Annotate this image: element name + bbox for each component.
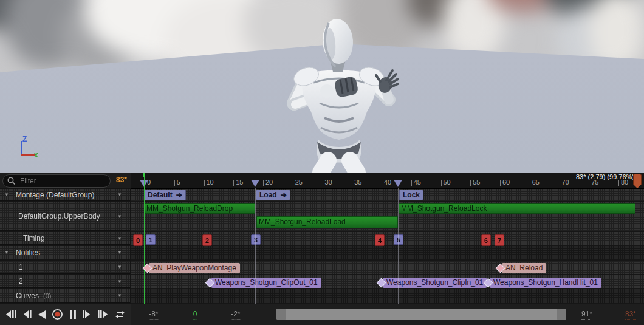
tick-label: 65 <box>532 179 540 186</box>
timing-marker-7[interactable]: 7 <box>495 234 504 246</box>
dropdown-arrow-icon[interactable]: ▼ <box>117 279 122 284</box>
tick-label: 55 <box>473 179 480 186</box>
section-boundary-line <box>255 188 256 304</box>
ruler-tick: 35 <box>352 180 352 186</box>
dropdown-arrow-icon[interactable]: ▼ <box>117 214 122 219</box>
timing-marker-5[interactable]: 5 <box>394 234 403 245</box>
tick-label: 45 <box>414 179 421 186</box>
ruler-tick: 25 <box>293 180 293 186</box>
axis-z-label: Z <box>22 135 27 143</box>
tick-label: 30 <box>325 179 332 186</box>
footer-value[interactable]: -8* <box>149 310 158 320</box>
filter-input[interactable] <box>19 176 100 186</box>
section-label: Default <box>148 191 173 199</box>
axis-x-label: x <box>34 151 38 159</box>
toggle-loop-button[interactable] <box>113 309 127 321</box>
dropdown-arrow-icon[interactable]: ▼ <box>117 250 122 255</box>
montage-segment[interactable]: MM_Shotgun_ReloadLoad <box>256 216 398 228</box>
montage-segment[interactable]: MM_Shotgun_ReloadLock <box>399 203 635 214</box>
go-to-end-button[interactable] <box>96 309 111 320</box>
scrollbar-right-handle[interactable] <box>557 309 566 320</box>
playback-transport <box>0 304 131 325</box>
montage-section-lock[interactable]: Lock <box>399 190 423 200</box>
timeline-scrollbar[interactable] <box>276 309 644 320</box>
notify-label: Weapons_Shotgun_ClipOut_01 <box>211 278 321 288</box>
tick-label: 20 <box>265 179 273 186</box>
dropdown-arrow-icon[interactable]: ▼ <box>117 236 122 241</box>
montage-section-load[interactable]: Load➔ <box>256 190 290 200</box>
section-label: Load <box>259 191 277 199</box>
outliner-row-montage[interactable]: ▼Montage (DefaultGroup)▼ <box>0 189 130 201</box>
ruler-tick: 10 <box>204 180 205 186</box>
outliner-row-r2[interactable]: 2▼ <box>0 275 130 288</box>
footer-value[interactable]: -2* <box>231 310 240 320</box>
notify-AN_Reload[interactable]: AN_Reload <box>497 263 546 273</box>
section-marker-handle[interactable] <box>394 180 402 187</box>
playhead-readout: 83* (2.79) (99.76%) <box>576 173 634 180</box>
preview-viewport[interactable]: Z x <box>0 0 644 173</box>
expander-arrow-icon[interactable]: ▼ <box>4 192 9 197</box>
timeline-ruler[interactable]: 05101520253035404550556065707580 83* (2.… <box>131 173 644 189</box>
playhead-line <box>144 175 145 304</box>
footer-value[interactable]: 0 <box>193 310 197 320</box>
outliner-row-curves[interactable]: Curves(0)▼ <box>0 289 130 303</box>
outliner-row-upperbody[interactable]: DefaultGroup.UpperBody▼ <box>0 202 130 231</box>
outliner-row-timing[interactable]: Timing▼ <box>0 232 130 245</box>
filter-row: 83* <box>0 173 131 188</box>
pause-button[interactable] <box>67 309 78 321</box>
ruler-tick: 40 <box>382 180 382 186</box>
timing-marker-0[interactable]: 0 <box>133 234 143 246</box>
montage-segment[interactable]: MM_Shotgun_ReloadDrop <box>144 203 255 214</box>
axis-x-line <box>21 154 35 156</box>
tick-label: 40 <box>384 179 391 186</box>
tick-label: 35 <box>354 179 361 186</box>
track-lane-notifies[interactable] <box>131 246 644 259</box>
outliner-row-notifies[interactable]: ▼Notifies▼ <box>0 246 130 259</box>
record-button[interactable] <box>50 307 64 321</box>
row-label: Curves <box>16 292 39 300</box>
section-marker-handle[interactable] <box>251 180 259 187</box>
timing-marker-4[interactable]: 4 <box>375 234 385 246</box>
notify-Weapons_Shotgun_ClipOut_01[interactable]: Weapons_Shotgun_ClipOut_01 <box>207 278 321 288</box>
ruler-tick: 55 <box>470 180 471 186</box>
notify-Weapons_Shotgun_ClipIn_01[interactable]: Weapons_Shotgun_ClipIn_01 <box>378 278 487 288</box>
section-boundary-line <box>398 188 399 304</box>
timeline-footer: -8*0-2*91*83* <box>131 304 644 325</box>
search-icon <box>7 176 16 186</box>
timing-marker-1[interactable]: 1 <box>146 234 156 245</box>
notify-label: AN_PlayWeaponMontage <box>149 263 240 273</box>
sequence-end-marker[interactable] <box>633 174 642 188</box>
tick-label: 10 <box>207 179 214 186</box>
ruler-tick: 45 <box>411 180 412 186</box>
notify-AN_PlayWeaponMontage[interactable]: AN_PlayWeaponMontage <box>144 263 240 273</box>
timing-marker-2[interactable]: 2 <box>202 234 212 246</box>
next-section-arrow-icon: ➔ <box>176 191 182 199</box>
step-backward-button[interactable] <box>21 309 33 320</box>
row-label: 2 <box>19 277 23 286</box>
play-reverse-button[interactable] <box>36 309 48 321</box>
notify-Weapons_Shotgun_HandHit_01[interactable]: Weapons_Shotgun_HandHit_01 <box>485 278 601 288</box>
timing-marker-6[interactable]: 6 <box>481 234 491 246</box>
ruler-tick: 30 <box>323 180 323 186</box>
expander-arrow-icon[interactable]: ▼ <box>4 250 9 255</box>
scrollbar-left-handle[interactable] <box>276 309 286 320</box>
ruler-tick: 20 <box>263 180 264 186</box>
row-label: Montage (DefaultGroup) <box>16 191 94 199</box>
step-forward-button[interactable] <box>81 309 93 320</box>
outliner-row-r1[interactable]: 1▼ <box>0 261 130 274</box>
dropdown-arrow-icon[interactable]: ▼ <box>117 293 122 298</box>
character-preview <box>267 11 413 173</box>
axis-z-line <box>21 141 22 156</box>
dropdown-arrow-icon[interactable]: ▼ <box>117 192 122 197</box>
go-to-front-button[interactable] <box>4 309 18 320</box>
montage-section-default[interactable]: Default➔ <box>144 190 186 200</box>
ruler-tick: 65 <box>530 180 530 186</box>
frame-count-badge[interactable]: 83* <box>116 176 127 184</box>
timing-marker-3[interactable]: 3 <box>251 234 261 245</box>
scrollbar-thumb[interactable] <box>276 309 566 320</box>
dropdown-arrow-icon[interactable]: ▼ <box>117 264 122 270</box>
track-lane-curves[interactable] <box>131 289 644 303</box>
filter-box[interactable] <box>2 174 111 188</box>
tick-label: 15 <box>236 179 243 186</box>
track-lane-montage[interactable] <box>131 189 644 201</box>
